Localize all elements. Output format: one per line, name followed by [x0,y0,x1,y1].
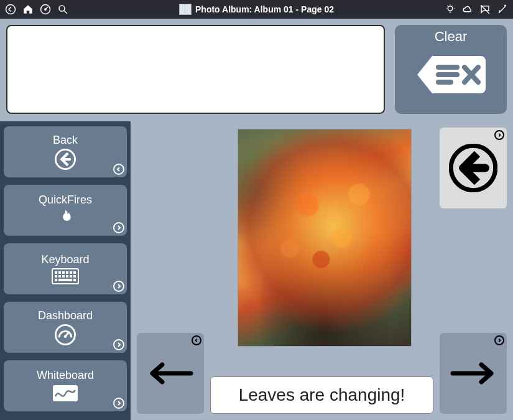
svg-point-0 [6,5,16,14]
lightbulb-icon[interactable] [443,2,457,16]
corner-arrow-left-icon [113,164,124,175]
svg-point-3 [59,6,65,11]
keyboard-icon [52,268,79,284]
svg-rect-26 [73,279,76,281]
sidebar-item-label: Dashboard [38,309,93,322]
sidebar-item-label: Back [53,134,78,147]
back-icon[interactable] [4,2,17,16]
sidebar-item-label: Keyboard [41,253,89,266]
svg-rect-20 [62,275,65,278]
back-icon [55,149,76,170]
fire-icon [56,208,75,227]
corner-arrow-right-icon [113,222,124,233]
corner-arrow-left-icon [192,335,201,345]
svg-point-28 [64,335,67,338]
svg-rect-18 [55,275,57,278]
photo-caption[interactable]: Leaves are changing! [210,376,433,414]
svg-rect-21 [66,275,68,278]
corner-arrow-right-icon [113,339,124,350]
svg-rect-23 [73,275,76,278]
sidebar-item-back[interactable]: Back [4,126,127,177]
next-page-button[interactable] [440,333,507,414]
whiteboard-icon [52,384,79,403]
corner-arrow-right-icon [494,130,504,140]
clear-button[interactable]: Clear [395,25,507,114]
svg-rect-24 [55,279,57,281]
sidebar-item-label: Whiteboard [37,369,94,382]
clear-label: Clear [435,29,468,45]
svg-rect-13 [58,271,61,274]
svg-point-27 [55,325,75,344]
sidebar-item-quickfires[interactable]: QuickFires [4,185,127,236]
arrow-right-icon [449,361,497,386]
message-display-input[interactable] [6,25,385,114]
album-photo[interactable] [238,129,412,347]
prev-page-button[interactable] [137,333,204,414]
svg-point-4 [448,6,453,11]
back-arrow-icon [449,144,497,192]
svg-rect-16 [70,271,72,274]
sidebar-item-dashboard[interactable]: Dashboard [4,302,127,353]
svg-rect-12 [55,271,57,274]
magic-wand-icon[interactable] [496,2,509,16]
arrow-left-icon [146,361,195,386]
page-back-button[interactable] [440,128,507,208]
top-bar: Photo Album: Album 01 - Page 02 [0,0,513,19]
main-area: Back QuickFires Keyboard [0,121,513,420]
svg-rect-22 [70,275,72,278]
gauge-icon[interactable] [39,2,52,16]
svg-rect-25 [58,279,72,281]
sidebar-item-label: QuickFires [39,194,92,207]
corner-arrow-right-icon [494,335,504,345]
corner-arrow-right-icon [113,281,124,292]
album-icon [179,4,192,15]
page-title: Photo Album: Album 01 - Page 02 [195,4,334,14]
gauge-icon [55,324,76,345]
message-row: Clear [0,19,513,121]
clear-icon [414,50,488,100]
svg-rect-15 [66,271,68,274]
sidebar-item-whiteboard[interactable]: Whiteboard [4,360,127,411]
content-area: Leaves are changing! [131,121,513,420]
cloud-icon[interactable] [461,2,474,16]
chat-off-icon[interactable] [478,2,492,16]
sidebar: Back QuickFires Keyboard [0,121,131,420]
title-area: Photo Album: Album 01 - Page 02 [73,4,440,15]
svg-rect-14 [62,271,65,274]
sidebar-item-keyboard[interactable]: Keyboard [4,243,127,294]
svg-rect-19 [58,275,61,278]
svg-point-2 [45,9,46,10]
svg-rect-17 [73,271,76,274]
search-icon[interactable] [56,2,70,16]
home-icon[interactable] [21,2,35,16]
corner-arrow-right-icon [113,398,124,409]
